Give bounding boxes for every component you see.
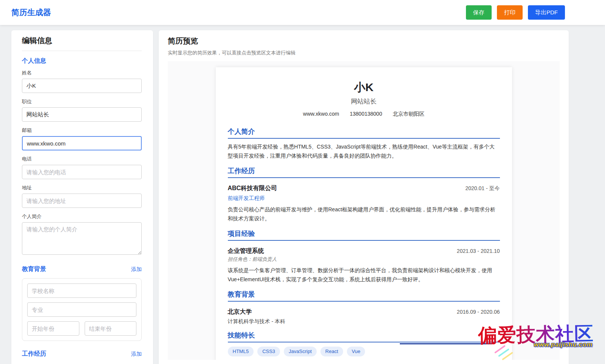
- address-label: 地址: [22, 184, 142, 191]
- add-education-link[interactable]: 添加: [131, 266, 142, 273]
- intro-label: 个人简介: [22, 213, 142, 220]
- work-item-header: ABC科技有限公司 2020.01 - 至今: [228, 184, 500, 192]
- resume-contacts: www.xkwo.com 13800138000 北京市朝阳区: [228, 110, 500, 118]
- work-description[interactable]: 负责公司核心产品的前端开发与维护，使用React框架构建用户界面，优化前端性能，…: [228, 205, 500, 223]
- phone-field-group: 电话: [22, 156, 142, 179]
- intro-textarea[interactable]: [22, 222, 142, 255]
- resume-project-section: 项目经验 企业管理系统 2021.03 - 2021.10 担任角色：前端负责人…: [228, 229, 500, 284]
- work-section-title: 工作经历: [22, 350, 46, 358]
- personal-info-section-title: 个人信息: [22, 57, 142, 65]
- education-major[interactable]: 计算机科学与技术 - 本科: [228, 318, 500, 325]
- resume-contact-phone[interactable]: 13800138000: [350, 110, 382, 118]
- email-field-group: 邮箱: [22, 127, 142, 150]
- resume-contact-email[interactable]: www.xkwo.com: [303, 110, 339, 118]
- add-work-link[interactable]: 添加: [131, 351, 142, 358]
- skills-section-title: 技能特长: [228, 331, 500, 342]
- profile-section-title: 个人简介: [228, 127, 500, 139]
- work-position[interactable]: 前端开发工程师: [228, 195, 500, 201]
- app-title: 简历生成器: [11, 7, 51, 18]
- resume-name[interactable]: 小K: [228, 81, 500, 94]
- preview-subtitle: 实时显示您的简历效果，可以直接点击预览区文本进行编辑: [168, 50, 560, 56]
- work-date-range[interactable]: 2020.01 - 至今: [465, 185, 500, 192]
- skill-tag[interactable]: Vue: [347, 347, 365, 356]
- resume-generator-app: 简历生成器 保存 打印 导出PDF 编辑信息 个人信息 姓名 职位 邮箱 电话 …: [0, 0, 605, 364]
- profile-text[interactable]: 具有5年前端开发经验，熟悉HTML5、CSS3、JavaScript等前端技术，…: [228, 142, 500, 160]
- start-year-input[interactable]: [27, 321, 79, 336]
- project-section-title: 项目经验: [228, 229, 500, 241]
- skill-tag[interactable]: HTML5: [228, 347, 254, 356]
- school-name[interactable]: 北京大学: [228, 308, 252, 316]
- name-label: 姓名: [22, 70, 142, 76]
- preview-title: 简历预览: [168, 36, 560, 46]
- job-field-group: 职位: [22, 98, 142, 122]
- school-name-input[interactable]: [27, 283, 136, 298]
- job-input[interactable]: [22, 107, 142, 122]
- email-input[interactable]: [22, 136, 142, 150]
- editor-panel: 编辑信息 个人信息 姓名 职位 邮箱 电话 地址 个人简介 教育背景: [11, 30, 153, 364]
- toolbar-actions: 保存 打印 导出PDF: [466, 5, 565, 20]
- education-date-range[interactable]: 2016.09 - 2020.06: [457, 309, 500, 315]
- resume-profile-section: 个人简介 具有5年前端开发经验，熟悉HTML5、CSS3、JavaScript等…: [228, 127, 500, 160]
- education-item-header: 北京大学 2016.09 - 2020.06: [228, 308, 500, 316]
- save-button[interactable]: 保存: [466, 5, 492, 20]
- project-description[interactable]: 该系统是一个集客户管理、订单管理、数据分析于一体的综合性平台，我负责前端架构设计…: [228, 266, 500, 284]
- preview-panel: 简历预览 实时显示您的简历效果，可以直接点击预览区文本进行编辑 小K 网站站长 …: [159, 30, 569, 364]
- resume-contact-address[interactable]: 北京市朝阳区: [393, 110, 424, 118]
- skill-tag[interactable]: CSS3: [257, 347, 280, 356]
- job-label: 职位: [22, 98, 142, 105]
- major-input[interactable]: [27, 302, 136, 317]
- education-section-header: 教育背景 添加: [22, 265, 142, 273]
- email-label: 邮箱: [22, 127, 142, 134]
- work-experience-section-title: 工作经历: [228, 167, 500, 178]
- resume-job-title[interactable]: 网站站长: [228, 98, 500, 106]
- resume-work-section: 工作经历 ABC科技有限公司 2020.01 - 至今 前端开发工程师 负责公司…: [228, 167, 500, 223]
- address-input[interactable]: [22, 194, 142, 208]
- education-entry-card: [22, 278, 142, 341]
- name-field-group: 姓名: [22, 70, 142, 93]
- name-input[interactable]: [22, 79, 142, 93]
- year-row: [27, 321, 136, 336]
- export-pdf-button[interactable]: 导出PDF: [528, 5, 565, 20]
- top-bar: 简历生成器 保存 打印 导出PDF: [0, 0, 605, 25]
- preview-body: 小K 网站站长 www.xkwo.com 13800138000 北京市朝阳区 …: [168, 61, 560, 360]
- company-name[interactable]: ABC科技有限公司: [228, 184, 277, 192]
- resume-education-section: 教育背景 北京大学 2016.09 - 2020.06 计算机科学与技术 - 本…: [228, 290, 500, 325]
- address-field-group: 地址: [22, 184, 142, 208]
- resume-paper: 小K 网站站长 www.xkwo.com 13800138000 北京市朝阳区 …: [216, 67, 512, 360]
- print-button[interactable]: 打印: [497, 5, 523, 20]
- project-role[interactable]: 担任角色：前端负责人: [228, 256, 500, 262]
- phone-label: 电话: [22, 156, 142, 163]
- intro-field-group: 个人简介: [22, 213, 142, 256]
- resume-skills-section: 技能特长 HTML5 CSS3 JavaScript React Vue: [228, 331, 500, 356]
- end-year-input[interactable]: [85, 321, 137, 336]
- project-item-header: 企业管理系统 2021.03 - 2021.10: [228, 247, 500, 255]
- skill-tag[interactable]: React: [320, 347, 343, 356]
- education-resume-section-title: 教育背景: [228, 290, 500, 302]
- work-section-header: 工作经历 添加: [22, 350, 142, 358]
- skill-tags: HTML5 CSS3 JavaScript React Vue: [228, 347, 500, 356]
- education-section-title: 教育背景: [22, 265, 46, 273]
- project-name[interactable]: 企业管理系统: [228, 247, 264, 255]
- skill-tag[interactable]: JavaScript: [284, 347, 317, 356]
- project-date-range[interactable]: 2021.03 - 2021.10: [457, 248, 500, 254]
- editor-title: 编辑信息: [22, 36, 142, 51]
- phone-input[interactable]: [22, 165, 142, 179]
